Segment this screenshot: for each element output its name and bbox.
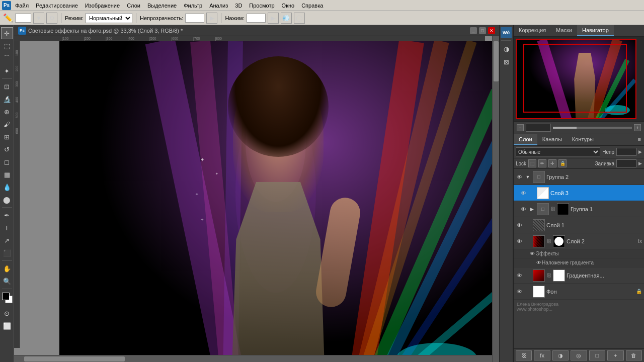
layer-style-btn[interactable]: fx <box>534 350 550 360</box>
navigator-preview-image[interactable] <box>516 39 636 119</box>
clone-tool[interactable]: ⊞ <box>1 131 13 143</box>
move-tool[interactable]: ✛ <box>1 27 13 39</box>
quick-mask-btn[interactable]: ⊙ <box>1 307 13 319</box>
fill-chevron[interactable]: ▶ <box>638 161 642 166</box>
layer-eye-layer2[interactable]: 👁 <box>516 238 523 245</box>
pen-tool[interactable]: ✒ <box>1 209 13 221</box>
brush-tool[interactable]: 🖌 <box>1 118 13 130</box>
text-tool[interactable]: T <box>1 222 13 234</box>
lock-position-btn[interactable]: ✛ <box>548 159 556 167</box>
brush-options-btn[interactable]: ⚙ <box>46 13 57 24</box>
layer-eye-background[interactable]: 👁 <box>516 288 523 295</box>
menu-layers[interactable]: Слои <box>124 2 143 10</box>
opacity-input[interactable]: 100% <box>185 14 204 23</box>
eyedropper-tool[interactable]: 🔬 <box>1 93 13 105</box>
tab-masks[interactable]: Маски <box>551 25 577 36</box>
layer-item-gradient[interactable]: 👁 ⛓ Градиентная... <box>514 267 644 284</box>
gradient-tool[interactable]: ▦ <box>1 168 13 180</box>
mid-btn-2[interactable]: ⊠ <box>500 56 512 68</box>
blend-mode-select[interactable]: Нормальный <box>86 13 132 23</box>
layer-item-group2[interactable]: 👁 ▼ □ Группа 2 <box>514 169 644 185</box>
layer-expand-group1[interactable]: ▶ <box>528 206 535 213</box>
brush-tool-icon[interactable]: ✏️ <box>3 13 13 23</box>
menu-filter[interactable]: Фильтр <box>181 2 205 10</box>
layer-item-background[interactable]: 👁 Фон 🔒 <box>514 284 644 300</box>
zoom-input[interactable]: 33.33% <box>526 124 551 132</box>
layer-item-layer1[interactable]: 👁 Слой 1 <box>514 217 644 233</box>
maximize-button[interactable]: □ <box>479 27 486 34</box>
layers-panel-options-btn[interactable]: ≡ <box>635 134 644 145</box>
layer-item-layer3[interactable]: 👁 Слой 3 <box>514 185 644 201</box>
layer-blend-mode-select[interactable]: Обычные <box>516 147 600 156</box>
hand-tool[interactable]: ✋ <box>1 262 13 275</box>
layer-eye-gradient[interactable]: 👁 <box>516 272 523 279</box>
marquee-tool[interactable]: ⬚ <box>1 40 13 52</box>
lock-paint-btn[interactable]: ✏ <box>538 159 546 167</box>
opacity-chevron[interactable]: ▶ <box>638 149 642 154</box>
menu-edit[interactable]: Редактирование <box>33 2 81 10</box>
lock-all-btn[interactable]: 🔒 <box>558 159 567 167</box>
layer-item-layer2[interactable]: 👁 ⛓ Слой 2 fx <box>514 233 644 249</box>
zoom-in-btn[interactable]: + <box>634 124 641 131</box>
layer-opacity-input[interactable]: 100% <box>616 148 636 156</box>
menu-file[interactable]: Файл <box>12 2 32 10</box>
tab-correction[interactable]: Коррекция <box>514 25 551 36</box>
magic-wand-tool[interactable]: ✦ <box>1 65 13 77</box>
zoom-slider-track[interactable] <box>553 127 632 129</box>
healing-tool[interactable]: ⊕ <box>1 106 13 118</box>
menu-image[interactable]: Изображение <box>82 2 123 10</box>
eye-effects[interactable]: 👁 <box>529 250 536 257</box>
shape-tool[interactable]: ⬛ <box>1 247 13 259</box>
tab-navigator[interactable]: Навигатор <box>577 25 614 36</box>
layer-mask-btn[interactable]: ◑ <box>552 350 569 360</box>
menu-window[interactable]: Окно <box>279 2 298 10</box>
history-panel-btn[interactable]: Wð <box>501 27 512 38</box>
crop-tool[interactable]: ⊡ <box>1 80 13 93</box>
layer-group-btn[interactable]: □ <box>589 350 605 360</box>
menu-select[interactable]: Выделение <box>144 2 180 10</box>
screen-mode-btn[interactable]: ⬜ <box>1 320 13 332</box>
brush-picker-btn[interactable]: ▼ <box>33 13 44 24</box>
airbrush-btn[interactable]: 💨 <box>281 13 292 24</box>
fill-input[interactable]: 100% <box>616 159 636 167</box>
tab-layers[interactable]: Слои <box>514 134 537 145</box>
pressure-btn[interactable]: ◯ <box>294 13 305 24</box>
dodge-tool[interactable]: ⬤ <box>1 194 13 206</box>
layer-eye-layer1[interactable]: 👁 <box>516 222 523 229</box>
layer-adjustment-btn[interactable]: ◎ <box>571 350 587 360</box>
vertical-scrollbar[interactable] <box>492 36 499 362</box>
zoom-out-btn[interactable]: − <box>517 124 524 131</box>
eraser-tool[interactable]: ◻ <box>1 156 13 168</box>
lasso-tool[interactable]: ⌒ <box>1 52 13 64</box>
history-brush-tool[interactable]: ↺ <box>1 143 13 155</box>
vertical-scroll-thumb[interactable] <box>494 41 499 81</box>
minimize-button[interactable]: _ <box>470 27 477 34</box>
flow-input[interactable]: 100% <box>247 14 266 23</box>
layer-eye-group1[interactable]: 👁 <box>520 206 527 213</box>
adjustment-panel-btn[interactable]: ◑ <box>500 43 512 55</box>
menu-analyze[interactable]: Анализ <box>206 2 231 10</box>
menu-3d[interactable]: 3D <box>232 2 245 10</box>
layer-eye-layer3[interactable]: 👁 <box>520 190 527 197</box>
tab-paths[interactable]: Контуры <box>567 134 599 145</box>
foreground-color-swatch[interactable] <box>2 293 10 300</box>
color-swatches[interactable] <box>1 292 13 305</box>
eye-gradient-overlay[interactable]: 👁 <box>536 259 542 266</box>
horizontal-scroll-thumb[interactable] <box>24 356 125 361</box>
layer-eye-group2[interactable]: 👁 <box>516 173 523 180</box>
menu-help[interactable]: Справка <box>298 2 326 10</box>
brush-size-field[interactable]: 20 <box>15 14 31 23</box>
brush-size-input[interactable]: 20 <box>15 14 31 23</box>
path-tool[interactable]: ↗ <box>1 234 13 246</box>
close-button[interactable]: ✕ <box>488 27 495 34</box>
gradient-overlay-row[interactable]: 👁 Наложение градиента <box>514 258 644 267</box>
horizontal-scrollbar[interactable] <box>14 355 492 362</box>
layer-new-btn[interactable]: + <box>607 350 623 360</box>
menu-view[interactable]: Просмотр <box>246 2 277 10</box>
canvas-viewport[interactable]: ✦ ✦ ✦ · ✦ Елена Виноградова www.photosho… <box>14 36 492 355</box>
layer-item-group1[interactable]: 👁 ▶ □ ⛓ Группа 1 <box>514 201 644 217</box>
lock-transparent-btn[interactable]: ⬚ <box>528 159 536 167</box>
tab-channels[interactable]: Каналы <box>537 134 567 145</box>
layer-delete-btn[interactable]: 🗑 <box>626 350 642 360</box>
layer-link-btn[interactable]: ⛓ <box>516 350 532 360</box>
